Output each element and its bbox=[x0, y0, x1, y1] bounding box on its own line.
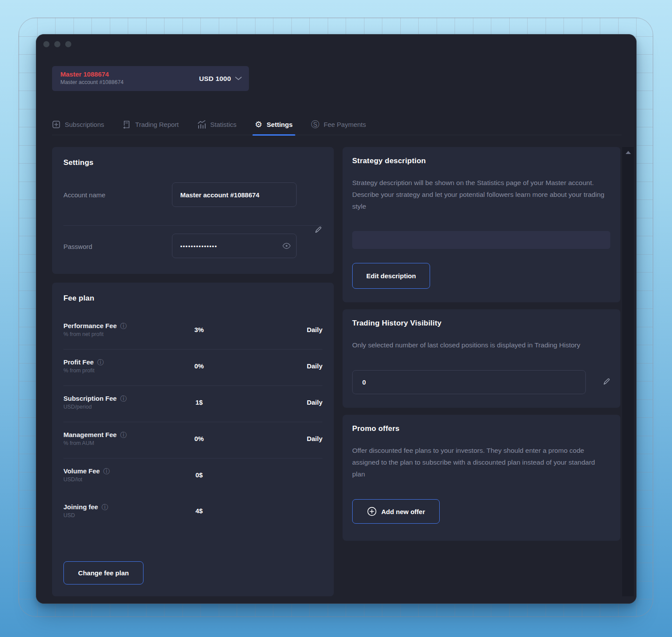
app-window: Master 1088674 Master account #1088674 U… bbox=[36, 34, 637, 604]
strategy-description-text: Strategy description will be shown on th… bbox=[352, 177, 609, 212]
tab-subscriptions[interactable]: Subscriptions bbox=[52, 114, 104, 135]
scrollbar-track[interactable] bbox=[622, 147, 634, 596]
history-visibility-title: Trading History Visibility bbox=[352, 319, 611, 328]
tab-fee-payments[interactable]: Ⓢ Fee Payments bbox=[311, 114, 366, 135]
statistics-icon bbox=[197, 120, 206, 129]
account-name-row: Account name bbox=[63, 182, 322, 207]
tab-label: Statistics bbox=[210, 121, 237, 128]
add-new-offer-button[interactable]: Add new offer bbox=[352, 499, 440, 524]
fee-row-period: Daily bbox=[230, 399, 322, 406]
balance-value: USD 1000 bbox=[199, 75, 231, 83]
chevron-down-icon bbox=[235, 77, 242, 80]
eye-icon[interactable] bbox=[282, 243, 291, 249]
fee-row-label: Profit Fee bbox=[63, 358, 94, 366]
fee-row-sublabel: USD/period bbox=[63, 404, 168, 410]
fee-row: Performance Fee ⓘ % from net profit 3% D… bbox=[63, 313, 322, 350]
fee-row-value: 0% bbox=[168, 362, 230, 370]
gear-icon: ⚙ bbox=[255, 120, 262, 129]
fee-row-value: 0% bbox=[168, 435, 230, 442]
fee-row: Joining fee ⓘ USD 4$ bbox=[63, 494, 322, 530]
window-maximize-button[interactable] bbox=[65, 41, 71, 47]
account-name-input[interactable] bbox=[172, 182, 297, 207]
fee-row-value: 4$ bbox=[168, 507, 230, 514]
fee-row: Subscription Fee ⓘ USD/period 1$ Daily bbox=[63, 386, 322, 422]
fee-row-label: Management Fee bbox=[63, 431, 117, 438]
account-selector[interactable]: Master 1088674 Master account #1088674 U… bbox=[52, 66, 249, 91]
promo-offers-card: Promo offers Offer discounted fee plans … bbox=[343, 415, 620, 541]
dollar-circle-icon: Ⓢ bbox=[311, 120, 319, 129]
info-icon[interactable]: ⓘ bbox=[120, 322, 127, 329]
tab-settings[interactable]: ⚙ Settings bbox=[255, 114, 293, 135]
account-balance: USD 1000 bbox=[199, 75, 242, 83]
info-icon[interactable]: ⓘ bbox=[103, 468, 110, 474]
fee-row-labels: Management Fee ⓘ % from AUM bbox=[63, 431, 168, 446]
scroll-up-arrow-icon[interactable] bbox=[626, 151, 631, 154]
page-background: Master 1088674 Master account #1088674 U… bbox=[0, 0, 672, 637]
tab-statistics[interactable]: Statistics bbox=[197, 114, 237, 135]
tab-label: Settings bbox=[267, 121, 293, 128]
tab-bar: Subscriptions Trading Report Statistics … bbox=[52, 114, 622, 135]
fee-row-labels: Joining fee ⓘ USD bbox=[63, 503, 168, 518]
subscriptions-icon bbox=[52, 120, 60, 129]
fee-row-label: Subscription Fee bbox=[63, 395, 117, 402]
fee-row-period: Daily bbox=[230, 435, 322, 442]
fee-row-labels: Volume Fee ⓘ USD/lot bbox=[63, 467, 168, 483]
fee-row: Volume Fee ⓘ USD/lot 0$ bbox=[63, 458, 322, 494]
add-offer-label: Add new offer bbox=[382, 508, 425, 515]
promo-offers-text: Offer discounted fee plans to your inves… bbox=[352, 444, 606, 480]
fee-row-sublabel: % from AUM bbox=[63, 440, 168, 446]
info-icon[interactable]: ⓘ bbox=[120, 395, 127, 402]
account-name-input-wrap bbox=[172, 182, 297, 207]
fee-rows: Performance Fee ⓘ % from net profit 3% D… bbox=[63, 313, 322, 530]
fee-row: Profit Fee ⓘ % from profit 0% Daily bbox=[63, 350, 322, 386]
fee-plan-title: Fee plan bbox=[63, 294, 322, 303]
fee-row-period: Daily bbox=[230, 326, 322, 333]
strategy-title: Strategy description bbox=[352, 157, 611, 165]
info-icon[interactable]: ⓘ bbox=[102, 504, 108, 510]
tab-label: Subscriptions bbox=[65, 121, 104, 128]
info-icon[interactable]: ⓘ bbox=[120, 431, 127, 438]
window-controls bbox=[43, 41, 71, 47]
fee-row-label: Joining fee bbox=[63, 503, 98, 511]
fee-row-label: Performance Fee bbox=[63, 322, 117, 329]
account-info: Master 1088674 Master account #1088674 bbox=[60, 70, 124, 86]
fee-row-labels: Profit Fee ⓘ % from profit bbox=[63, 358, 168, 374]
strategy-description-card: Strategy description Strategy descriptio… bbox=[343, 147, 620, 302]
password-input[interactable] bbox=[172, 234, 297, 258]
plus-circle-icon bbox=[367, 507, 377, 516]
fee-row-sublabel: USD bbox=[63, 512, 168, 518]
edit-description-button[interactable]: Edit description bbox=[352, 263, 430, 289]
settings-card-title: Settings bbox=[63, 158, 322, 167]
fee-row-value: 1$ bbox=[168, 399, 230, 406]
settings-card: Settings Account name Password bbox=[52, 147, 334, 274]
edit-history-count-icon[interactable] bbox=[602, 377, 611, 386]
account-subtitle: Master account #1088674 bbox=[60, 79, 124, 87]
fee-row-labels: Performance Fee ⓘ % from net profit bbox=[63, 322, 168, 337]
window-close-button[interactable] bbox=[43, 41, 49, 47]
fee-row-labels: Subscription Fee ⓘ USD/period bbox=[63, 395, 168, 410]
fee-row-label: Volume Fee bbox=[63, 467, 100, 475]
history-count-input[interactable] bbox=[352, 370, 586, 394]
strategy-textarea[interactable] bbox=[352, 231, 610, 249]
info-icon[interactable]: ⓘ bbox=[97, 359, 104, 365]
trading-history-visibility-card: Trading History Visibility Only selected… bbox=[343, 309, 620, 408]
password-row: Password ↺ bbox=[63, 234, 322, 259]
password-input-wrap bbox=[172, 234, 297, 258]
fee-row-period: Daily bbox=[230, 362, 322, 370]
fee-row-value: 0$ bbox=[168, 471, 230, 479]
edit-account-name-icon[interactable] bbox=[314, 225, 322, 234]
tab-label: Trading Report bbox=[135, 121, 179, 128]
promo-offers-title: Promo offers bbox=[352, 424, 611, 433]
change-fee-plan-button[interactable]: Change fee plan bbox=[63, 561, 144, 584]
fee-plan-card: Fee plan Performance Fee ⓘ % from net pr… bbox=[52, 283, 334, 596]
fee-row: Management Fee ⓘ % from AUM 0% Daily bbox=[63, 422, 322, 458]
history-input-wrap bbox=[352, 370, 586, 394]
fee-row-sublabel: USD/lot bbox=[63, 476, 168, 483]
fee-row-value: 3% bbox=[168, 326, 230, 333]
account-name-label: Account name bbox=[63, 191, 105, 199]
history-visibility-text: Only selected number of last closed posi… bbox=[352, 339, 611, 351]
window-minimize-button[interactable] bbox=[54, 41, 60, 47]
tab-trading-report[interactable]: Trading Report bbox=[122, 114, 179, 135]
trading-report-icon bbox=[122, 120, 131, 129]
tab-label: Fee Payments bbox=[324, 121, 366, 128]
